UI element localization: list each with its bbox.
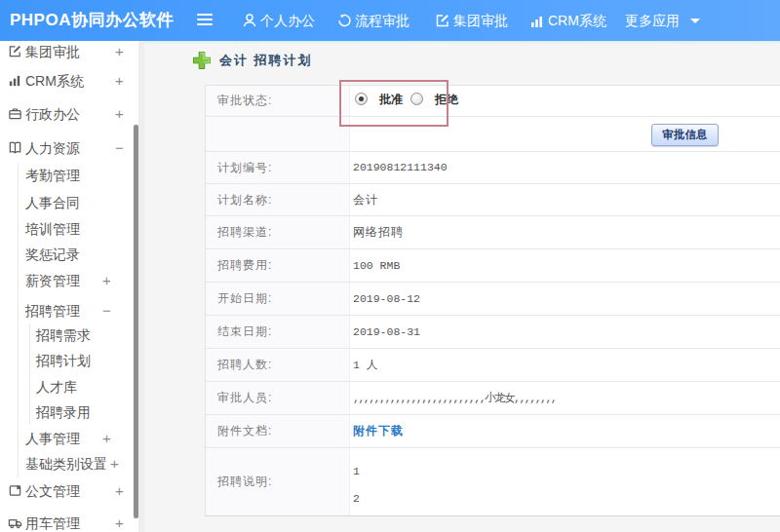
sidebar-item-recruit-need[interactable]: 招聘需求: [0, 325, 144, 345]
sidebar-item-hr-contract[interactable]: 人事合同: [0, 193, 144, 212]
sidebar-item-recruit-mgmt[interactable]: 招聘管理−: [0, 301, 144, 321]
row-end-date: 结束日期: 2019-08-31: [206, 316, 780, 349]
bar-chart-icon: [529, 14, 545, 29]
nav-more-apps[interactable]: 更多应用: [625, 0, 680, 41]
sidebar-item-group-approval[interactable]: 集团审批 +: [0, 42, 144, 61]
detail-table: 审批状态: 批准 拒绝 计划编号: 20190812111340 计划名称: 会…: [205, 85, 780, 516]
attachment-download-link[interactable]: 附件下载: [353, 424, 404, 437]
nav-crm-system[interactable]: CRM系统: [548, 0, 606, 41]
row-recruit-desc: 招聘说明: 1 2: [206, 448, 780, 515]
sidebar-item-vehicle[interactable]: 用车管理 +: [0, 513, 144, 532]
field-label: 招聘费用:: [206, 249, 350, 282]
sidebar-item-talent-pool[interactable]: 人才库: [0, 377, 144, 397]
field-label: 附件文档:: [206, 415, 350, 447]
add-plus-icon: [192, 51, 212, 70]
nav-personal-office[interactable]: 个人办公: [260, 0, 315, 41]
main-content: 会计 招聘计划 审批状态: 批准 拒绝 计划编号: 20190812111340…: [144, 41, 780, 532]
nav-process-approval[interactable]: 流程审批: [355, 0, 410, 41]
field-value: ,,,,,,,,,,,,,,,,,,,,,,,,,小龙女,,,,,,,,: [350, 382, 780, 414]
sidebar-item-recruit-plan[interactable]: 招聘计划: [0, 351, 144, 370]
field-label: 审批状态:: [206, 86, 350, 116]
field-label: 计划编号:: [206, 152, 350, 183]
row-start-date: 开始日期: 2019-08-12: [206, 283, 780, 316]
row-attachment: 附件文档: 附件下载: [206, 415, 780, 448]
sidebar-scrollbar-thumb[interactable]: [134, 125, 138, 518]
field-label: 计划名称:: [206, 184, 350, 215]
sidebar-item-recruit-hire[interactable]: 招聘录用: [0, 402, 144, 422]
page-title: 会计 招聘计划: [219, 48, 313, 73]
sidebar-item-training[interactable]: 培训管理: [0, 219, 144, 239]
field-value: 100 RMB: [350, 249, 780, 282]
caret-down-icon[interactable]: [690, 19, 700, 23]
row-approval-status: 审批状态: 批准 拒绝: [206, 86, 780, 117]
person-icon: [242, 13, 257, 28]
field-value: 附件下载: [350, 415, 780, 447]
nav-group-approval[interactable]: 集团审批: [453, 0, 508, 41]
field-label: 开始日期:: [206, 283, 350, 315]
row-plan-number: 计划编号: 20190812111340: [206, 152, 780, 184]
sidebar-item-doc-mgmt[interactable]: 公文管理 +: [0, 481, 144, 501]
field-label: 招聘说明:: [206, 448, 350, 515]
field-value: 2019-08-31: [350, 316, 780, 348]
field-label: 审批人员:: [206, 382, 350, 414]
app-logo: PHPOA协同办公软件: [10, 0, 174, 41]
sidebar-item-salary[interactable]: 薪资管理+: [0, 271, 144, 290]
sidebar-item-personnel[interactable]: 人事管理+: [0, 429, 144, 448]
radio-approve[interactable]: [355, 93, 368, 105]
sidebar-item-crm[interactable]: CRM系统 +: [0, 71, 144, 91]
field-label: 招聘人数:: [206, 349, 350, 381]
edit-icon: [8, 44, 22, 58]
field-label: 招聘渠道:: [206, 216, 350, 248]
radio-reject-label[interactable]: 拒绝: [435, 86, 458, 116]
sidebar-item-admin-office[interactable]: 行政办公 +: [0, 104, 144, 124]
briefcase-icon: [8, 106, 22, 121]
field-value: 网络招聘: [350, 216, 780, 248]
sidebar-item-hr[interactable]: 人力资源 −: [0, 138, 144, 158]
truck-icon: [8, 515, 22, 530]
approval-options: 批准 拒绝: [350, 86, 780, 116]
history-icon: [336, 13, 352, 28]
book-icon: [8, 140, 22, 155]
radio-reject[interactable]: [410, 93, 423, 105]
row-headcount: 招聘人数: 1 人: [206, 349, 780, 382]
approve-info-button[interactable]: 审批信息: [651, 124, 719, 146]
edit-icon: [435, 13, 450, 28]
field-label: 结束日期:: [206, 316, 350, 348]
row-recruit-channel: 招聘渠道: 网络招聘: [206, 216, 780, 249]
radio-approve-label[interactable]: 批准: [379, 86, 403, 116]
field-value: 1 人: [350, 349, 780, 381]
row-recruit-cost: 招聘费用: 100 RMB: [206, 249, 780, 283]
sidebar-item-rewards[interactable]: 奖惩记录: [0, 245, 144, 264]
field-value: 2019-08-12: [350, 283, 780, 315]
row-approvers: 审批人员: ,,,,,,,,,,,,,,,,,,,,,,,,,小龙女,,,,,,…: [206, 382, 780, 415]
field-value: 20190812111340: [350, 152, 780, 183]
top-header-bar: PHPOA协同办公软件 个人办公 流程审批 集团审批 CRM系统 更多应用: [0, 0, 780, 41]
bar-chart-icon: [8, 73, 22, 88]
sidebar-nav: 集团审批 + CRM系统 + 行政办公 + 人力资源 − 考勤管理 人事合同 培…: [0, 41, 144, 532]
field-value: 1 2: [350, 448, 780, 515]
sidebar-item-attendance[interactable]: 考勤管理: [0, 166, 144, 185]
hamburger-menu-icon[interactable]: [197, 14, 213, 28]
sidebar-item-base-category[interactable]: 基础类别设置+: [0, 454, 144, 474]
field-value: 会计: [350, 184, 780, 215]
document-icon: [8, 483, 22, 498]
row-plan-name: 计划名称: 会计: [206, 184, 780, 216]
